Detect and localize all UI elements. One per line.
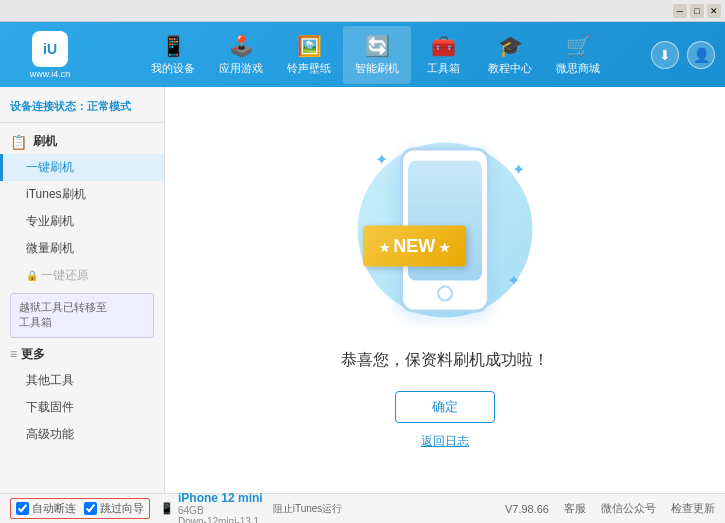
logo: iU www.i4.cn: [10, 31, 90, 79]
nav-bar: 📱 我的设备 🕹️ 应用游戏 🖼️ 铃声壁纸 🔄 智能刷机 🧰 工具箱 🎓 教程…: [100, 26, 651, 84]
sparkle-1: ✦: [375, 150, 388, 169]
wizard-checkbox[interactable]: [84, 502, 97, 515]
content-area: ✦ ✦ ✦ NEW 恭喜您，保资料刷机成功啦！ 确定 返回日志: [165, 87, 725, 493]
pro-flash-label: 专业刷机: [26, 214, 74, 228]
sidebar-item-one-key-restore: 🔒 一键还原: [0, 262, 164, 289]
sidebar-item-advanced[interactable]: 高级功能: [0, 421, 164, 448]
sidebar: 设备连接状态：正常模式 📋 刷机 一键刷机 iTunes刷机 专业刷机 微量刷机…: [0, 87, 165, 493]
sparkle-3: ✦: [507, 271, 520, 290]
auto-connect-checkbox[interactable]: [16, 502, 29, 515]
ringtones-icon: 🖼️: [297, 34, 322, 58]
flash-section-label: 刷机: [33, 133, 57, 150]
smart-flash-icon: 🔄: [365, 34, 390, 58]
one-click-flash-label: 一键刷机: [26, 160, 74, 174]
auto-connect-label: 自动断连: [32, 501, 76, 516]
wechat-link[interactable]: 微信公众号: [601, 501, 656, 516]
nav-weibo-mall-label: 微思商城: [556, 61, 600, 76]
confirm-button[interactable]: 确定: [395, 391, 495, 423]
more-section-label: 更多: [21, 346, 45, 363]
logo-icon: iU: [32, 31, 68, 67]
sidebar-item-one-click-flash[interactable]: 一键刷机: [0, 154, 164, 181]
nav-apps-games-label: 应用游戏: [219, 61, 263, 76]
other-tools-label: 其他工具: [26, 373, 74, 387]
nav-tutorials-label: 教程中心: [488, 61, 532, 76]
nav-my-device[interactable]: 📱 我的设备: [139, 26, 207, 84]
sidebar-item-download-firmware[interactable]: 下载固件: [0, 394, 164, 421]
weibo-mall-icon: 🛒: [566, 34, 591, 58]
device-icon: 📱: [160, 502, 174, 515]
wizard-label: 跳过向导: [100, 501, 144, 516]
sidebar-item-micro-flash[interactable]: 微量刷机: [0, 235, 164, 262]
flash-section-icon: 📋: [10, 134, 27, 150]
maximize-button[interactable]: □: [690, 4, 704, 18]
bottom-right: V7.98.66 客服 微信公众号 检查更新: [505, 501, 715, 516]
nav-apps-games[interactable]: 🕹️ 应用游戏: [207, 26, 275, 84]
close-button[interactable]: ✕: [707, 4, 721, 18]
phone-illustration: ✦ ✦ ✦ NEW: [345, 130, 545, 330]
logo-text-icon: iU: [43, 41, 57, 57]
sidebar-item-itunes-flash[interactable]: iTunes刷机: [0, 181, 164, 208]
status-label: 设备连接状态：: [10, 100, 87, 112]
sidebar-item-other-tools[interactable]: 其他工具: [0, 367, 164, 394]
status-value: 正常模式: [87, 100, 131, 112]
sidebar-item-pro-flash[interactable]: 专业刷机: [0, 208, 164, 235]
tutorials-icon: 🎓: [498, 34, 523, 58]
service-link[interactable]: 客服: [564, 501, 586, 516]
nav-tutorials[interactable]: 🎓 教程中心: [476, 26, 544, 84]
minimize-button[interactable]: ─: [673, 4, 687, 18]
nav-ringtones-label: 铃声壁纸: [287, 61, 331, 76]
main-area: 设备连接状态：正常模式 📋 刷机 一键刷机 iTunes刷机 专业刷机 微量刷机…: [0, 87, 725, 493]
apps-games-icon: 🕹️: [229, 34, 254, 58]
more-icon: ≡: [10, 347, 17, 361]
nav-smart-flash[interactable]: 🔄 智能刷机: [343, 26, 411, 84]
itunes-flash-label: iTunes刷机: [26, 187, 86, 201]
sidebar-notice: 越狱工具已转移至工具箱: [10, 293, 154, 338]
device-info-block: 📱 iPhone 12 mini 64GB Down-12mini-13.1: [160, 491, 263, 524]
device-storage: 64GB: [178, 505, 263, 516]
back-to-log-link[interactable]: 返回日志: [421, 433, 469, 450]
one-key-restore-label: 一键还原: [41, 268, 89, 282]
bottom-left: 自动断连 跳过向导 📱 iPhone 12 mini 64GB Down-12m…: [10, 491, 342, 524]
stop-itunes-button[interactable]: 阻止iTunes运行: [273, 502, 343, 516]
nav-toolbox[interactable]: 🧰 工具箱: [411, 26, 476, 84]
nav-weibo-mall[interactable]: 🛒 微思商城: [544, 26, 612, 84]
wizard-checkbox-label[interactable]: 跳过向导: [84, 501, 144, 516]
version-label: V7.98.66: [505, 503, 549, 515]
nav-toolbox-label: 工具箱: [427, 61, 460, 76]
user-button[interactable]: 👤: [687, 41, 715, 69]
download-firmware-label: 下载固件: [26, 400, 74, 414]
sparkle-2: ✦: [512, 160, 525, 179]
new-banner: NEW: [363, 226, 466, 267]
success-message: 恭喜您，保资料刷机成功啦！: [341, 350, 549, 371]
nav-smart-flash-label: 智能刷机: [355, 61, 399, 76]
download-button[interactable]: ⬇: [651, 41, 679, 69]
more-section: ≡ 更多 其他工具 下载固件 高级功能: [0, 342, 164, 448]
phone-home-button: [437, 286, 453, 302]
advanced-label: 高级功能: [26, 427, 74, 441]
nav-my-device-label: 我的设备: [151, 61, 195, 76]
device-status: 设备连接状态：正常模式: [0, 95, 164, 123]
nav-ringtones[interactable]: 🖼️ 铃声壁纸: [275, 26, 343, 84]
my-device-icon: 📱: [161, 34, 186, 58]
header: iU www.i4.cn 📱 我的设备 🕹️ 应用游戏 🖼️ 铃声壁纸 🔄 智能…: [0, 22, 725, 87]
checkbox-group: 自动断连 跳过向导: [10, 498, 150, 519]
micro-flash-label: 微量刷机: [26, 241, 74, 255]
more-section-title: ≡ 更多: [0, 342, 164, 367]
device-info: iPhone 12 mini 64GB Down-12mini-13.1: [178, 491, 263, 524]
logo-sub-text: www.i4.cn: [30, 69, 71, 79]
title-bar: ─ □ ✕: [0, 0, 725, 22]
flash-section: 📋 刷机 一键刷机 iTunes刷机 专业刷机 微量刷机 🔒 一键还原 越狱工具…: [0, 129, 164, 338]
nav-right-buttons: ⬇ 👤: [651, 41, 715, 69]
flash-section-title: 📋 刷机: [0, 129, 164, 154]
bottom-bar: 自动断连 跳过向导 📱 iPhone 12 mini 64GB Down-12m…: [0, 493, 725, 523]
device-version: Down-12mini-13.1: [178, 516, 263, 524]
check-update-link[interactable]: 检查更新: [671, 501, 715, 516]
toolbox-icon: 🧰: [431, 34, 456, 58]
auto-connect-checkbox-label[interactable]: 自动断连: [16, 501, 76, 516]
